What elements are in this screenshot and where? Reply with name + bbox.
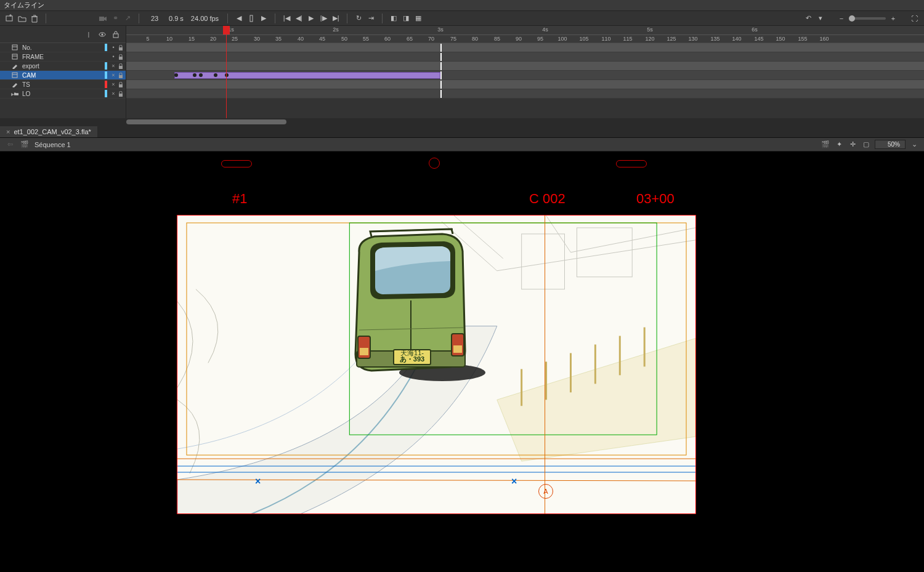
vis-toggle[interactable]: × [111, 91, 116, 96]
add-layer-button[interactable] [5, 14, 15, 23]
delete-layer-button[interactable] [30, 14, 39, 23]
svg-rect-5 [113, 34, 118, 38]
svg-rect-15 [119, 75, 123, 78]
fps-field[interactable]: 24.00 fps [188, 15, 221, 22]
scene-icon: 🎬 [20, 140, 30, 150]
lock-toggle[interactable] [118, 73, 123, 78]
step-back-button[interactable]: ◀ [234, 14, 244, 23]
vis-toggle[interactable]: × [111, 73, 116, 78]
layer-color-chip[interactable] [105, 71, 107, 79]
play-button[interactable]: ▶ [306, 14, 316, 23]
layer-color-chip[interactable] [105, 90, 107, 97]
loop-button[interactable]: ↻ [354, 14, 363, 23]
timeline-ruler[interactable]: 1s2s3s4s5s6s 510152025303540455055606570… [126, 26, 924, 43]
layer-row-frame[interactable]: FRAME• [0, 52, 126, 62]
timeline-h-scrollbar[interactable] [0, 118, 924, 126]
x-marker-2: × [511, 476, 517, 487]
layer-name-label: CAM [22, 72, 101, 79]
link-icon[interactable]: ⚭ [110, 14, 120, 23]
x-marker-1: × [255, 476, 261, 487]
frame-row-export[interactable] [126, 62, 924, 71]
lock-toggle[interactable] [118, 54, 123, 59]
svg-rect-13 [12, 73, 17, 78]
tab-close-button[interactable]: × [6, 128, 10, 135]
lock-toggle[interactable] [118, 45, 123, 50]
svg-text:あ・393: あ・393 [400, 355, 424, 363]
stage-zoom-dropdown[interactable]: ⌄ [909, 140, 919, 150]
zoom-out-tl-button[interactable]: − [837, 14, 846, 23]
stage-zoom-field[interactable]: 50% [875, 140, 906, 149]
lock-toggle[interactable] [118, 82, 123, 87]
layer-row-export[interactable]: export× [0, 62, 126, 71]
playhead[interactable] [226, 26, 227, 118]
svg-rect-1 [99, 17, 104, 21]
undo-timeline-button[interactable]: ↶ [803, 14, 813, 23]
back-button[interactable]: ⇦ [5, 140, 15, 150]
add-folder-button[interactable] [17, 14, 27, 23]
layer-color-chip[interactable] [105, 53, 107, 60]
camera-icon[interactable] [98, 14, 108, 23]
vis-toggle[interactable]: • [111, 45, 116, 50]
layer-name-label: No. [22, 44, 101, 51]
scene-name[interactable]: Séquence 1 [34, 141, 71, 148]
onion-skin-button[interactable]: ◧ [389, 14, 399, 23]
vis-toggle[interactable]: × [111, 63, 116, 68]
fit-timeline-button[interactable]: ⛶ [909, 14, 919, 23]
zoom-in-tl-button[interactable]: + [888, 14, 898, 23]
visibility-col-icon[interactable] [97, 30, 107, 39]
vis-toggle[interactable]: × [111, 82, 116, 87]
timeline-zoom-slider[interactable] [849, 17, 886, 20]
layer-color-chip[interactable] [105, 62, 107, 70]
step-fwd-button[interactable]: ▶ [259, 14, 269, 23]
prev-frame-button[interactable]: ◀| [294, 14, 304, 23]
frame-row-frame[interactable] [126, 52, 924, 62]
layer-color-chip[interactable] [105, 44, 107, 51]
stage[interactable]: #1 C 002 03+00 [0, 151, 924, 572]
vis-toggle[interactable]: • [111, 54, 116, 59]
layer-row-ts[interactable]: TS× [0, 80, 126, 89]
onion-outlines-button[interactable]: ◨ [401, 14, 411, 23]
layer-color-chip[interactable] [105, 81, 107, 88]
current-time-field[interactable]: 0.9 s [166, 15, 186, 22]
lock-toggle[interactable] [118, 91, 123, 96]
next-frame-button[interactable]: |▶ [318, 14, 328, 23]
current-frame-field[interactable]: 23 [145, 15, 164, 22]
layer-row-no.[interactable]: No.• [0, 43, 126, 52]
frame-row-no.[interactable] [126, 43, 924, 52]
stop-button[interactable] [246, 14, 256, 23]
highlight-col-icon[interactable]: | [84, 30, 94, 39]
cut-label: C 002 [529, 191, 565, 207]
frame-row-ts[interactable] [126, 80, 924, 89]
lock-toggle[interactable] [118, 63, 123, 68]
clip-stage-button[interactable]: ▢ [861, 140, 871, 150]
loop-range-button[interactable]: ⇥ [366, 14, 376, 23]
layer-row-lo[interactable]: ▸ LO× [0, 89, 126, 99]
frame-row-cam[interactable] [126, 71, 924, 80]
frames-column[interactable]: 1s2s3s4s5s6s 510152025303540455055606570… [126, 26, 924, 118]
timeline-body: | No.•FRAME•export×CAM×TS×▸ LO× 1s2s3s4s… [0, 26, 924, 118]
reg-mark-right [616, 160, 647, 167]
layer-type-icon [11, 53, 18, 60]
canvas[interactable]: 天海11- あ・393 × × A [177, 215, 696, 514]
go-last-button[interactable]: ▶| [331, 14, 341, 23]
layer-row-cam[interactable]: CAM× [0, 71, 126, 80]
document-tab[interactable]: × et1_002_CAM_v02_3.fla* [0, 126, 97, 137]
svg-rect-0 [6, 16, 12, 21]
frame-row-lo[interactable] [126, 89, 924, 99]
center-stage-button[interactable]: ✛ [848, 140, 857, 150]
layer-column-header: | [0, 26, 126, 43]
edit-multi-button[interactable]: ▦ [413, 14, 423, 23]
a-marker: A [538, 484, 553, 499]
layer-type-icon [11, 62, 18, 70]
svg-rect-11 [119, 57, 123, 60]
timeline-menu-button[interactable]: ▾ [816, 14, 825, 23]
svg-rect-6 [12, 45, 17, 50]
export-icon[interactable]: ↗ [123, 14, 132, 23]
timeline-panel-title: タイムライン [4, 1, 44, 10]
timeline-panel-header: タイムライン [0, 0, 924, 11]
svg-rect-12 [119, 66, 123, 69]
edit-scene-button[interactable]: 🎬 [821, 140, 830, 150]
go-first-button[interactable]: |◀ [282, 14, 291, 23]
lock-col-icon[interactable] [111, 30, 121, 39]
edit-symbol-button[interactable]: ✦ [834, 140, 844, 150]
